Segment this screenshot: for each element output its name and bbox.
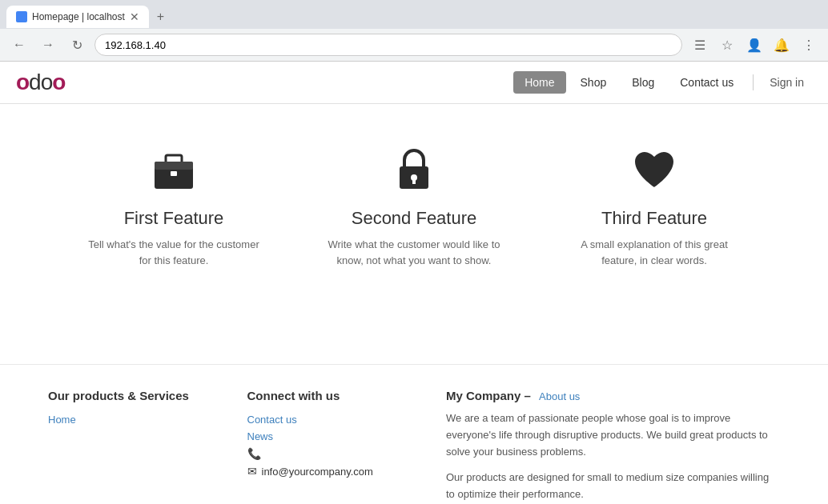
feature-3: Third Feature A small explanation of thi… bbox=[566, 144, 742, 268]
back-button[interactable]: ← bbox=[8, 34, 30, 56]
footer-company-desc2: Our products are designed for small to m… bbox=[446, 470, 780, 503]
website: odoo Home Shop Blog Contact us Sign in F… bbox=[0, 62, 828, 504]
menu-button[interactable]: ⋮ bbox=[798, 34, 820, 56]
footer-contact-link[interactable]: Contact us bbox=[247, 414, 415, 426]
lock-icon bbox=[388, 144, 440, 195]
tab-favicon bbox=[16, 11, 27, 22]
odoo-logo-accent2: o bbox=[52, 70, 65, 94]
tab-title: Homepage | localhost bbox=[32, 11, 125, 22]
nav-blog[interactable]: Blog bbox=[621, 71, 665, 94]
svg-rect-2 bbox=[155, 162, 193, 170]
reload-button[interactable]: ↻ bbox=[66, 34, 88, 56]
new-tab-button[interactable]: + bbox=[149, 5, 172, 29]
odoo-logo: odoo bbox=[16, 70, 65, 95]
briefcase-icon bbox=[148, 144, 199, 195]
svg-rect-6 bbox=[412, 179, 416, 184]
footer-products-title: Our products & Services bbox=[48, 389, 215, 402]
footer-news-link[interactable]: News bbox=[247, 430, 415, 442]
account-button[interactable]: 👤 bbox=[743, 34, 766, 56]
footer: Our products & Services Home Connect wit… bbox=[0, 364, 828, 504]
footer-phone-item: 📞 bbox=[247, 447, 415, 460]
tab-close-button[interactable]: ✕ bbox=[130, 10, 139, 23]
email-icon: ✉ bbox=[247, 465, 257, 478]
heart-icon bbox=[629, 144, 680, 195]
browser-actions: ☰ ☆ 👤 🔔 ⋮ bbox=[689, 34, 820, 56]
footer-company-desc1: We are a team of passionate people whose… bbox=[446, 410, 780, 460]
footer-company-dash: – bbox=[525, 389, 535, 402]
nav-shop[interactable]: Shop bbox=[569, 71, 618, 94]
bookmark-button[interactable]: ☆ bbox=[716, 34, 738, 56]
svg-rect-3 bbox=[171, 171, 177, 176]
browser-chrome: Homepage | localhost ✕ + ← → ↻ ☰ ☆ 👤 🔔 ⋮ bbox=[0, 0, 828, 62]
feature-3-title: Third Feature bbox=[566, 208, 742, 229]
phone-icon: 📞 bbox=[247, 447, 261, 460]
navbar-brand[interactable]: odoo bbox=[16, 70, 65, 95]
footer-col-products: Our products & Services Home bbox=[48, 389, 215, 504]
footer-company-name: My Company bbox=[446, 389, 521, 402]
forward-button[interactable]: → bbox=[37, 34, 59, 56]
footer-email-item: ✉ info@yourcompany.com bbox=[247, 465, 415, 478]
footer-col-connect: Connect with us Contact us News 📞 ✉ info… bbox=[247, 389, 415, 504]
footer-home-link[interactable]: Home bbox=[48, 414, 215, 426]
nav-contact-us[interactable]: Contact us bbox=[669, 71, 745, 94]
browser-controls: ← → ↻ ☰ ☆ 👤 🔔 ⋮ bbox=[0, 29, 828, 61]
feature-1-title: First Feature bbox=[86, 208, 262, 229]
footer-company-title: My Company – About us bbox=[446, 389, 780, 402]
nav-divider bbox=[753, 74, 754, 90]
feature-2: Second Feature Write what the customer w… bbox=[326, 144, 502, 268]
feature-1-desc: Tell what's the value for the customer f… bbox=[86, 237, 262, 268]
footer-columns: Our products & Services Home Connect wit… bbox=[48, 389, 780, 504]
browser-tab[interactable]: Homepage | localhost ✕ bbox=[6, 6, 149, 28]
bookmark-list-button[interactable]: ☰ bbox=[689, 34, 711, 56]
feature-3-desc: A small explanation of this great featur… bbox=[566, 237, 742, 268]
footer-connect-title: Connect with us bbox=[247, 389, 415, 402]
notifications-button[interactable]: 🔔 bbox=[770, 34, 793, 56]
footer-email: info@yourcompany.com bbox=[262, 466, 373, 478]
nav-home[interactable]: Home bbox=[513, 71, 565, 94]
footer-col-company: My Company – About us We are a team of p… bbox=[446, 389, 780, 504]
feature-2-desc: Write what the customer would like to kn… bbox=[326, 237, 502, 268]
navbar: odoo Home Shop Blog Contact us Sign in bbox=[0, 62, 828, 104]
odoo-logo-accent: o bbox=[16, 70, 29, 94]
nav-links: Home Shop Blog Contact us Sign in bbox=[513, 71, 812, 94]
address-bar[interactable] bbox=[94, 34, 682, 56]
features-section: First Feature Tell what's the value for … bbox=[0, 104, 828, 316]
feature-1: First Feature Tell what's the value for … bbox=[86, 144, 262, 268]
content-spacer bbox=[0, 316, 828, 364]
nav-signin[interactable]: Sign in bbox=[762, 71, 812, 94]
footer-about-link[interactable]: About us bbox=[539, 390, 580, 402]
tab-bar: Homepage | localhost ✕ + bbox=[0, 0, 828, 29]
feature-2-title: Second Feature bbox=[326, 208, 502, 229]
